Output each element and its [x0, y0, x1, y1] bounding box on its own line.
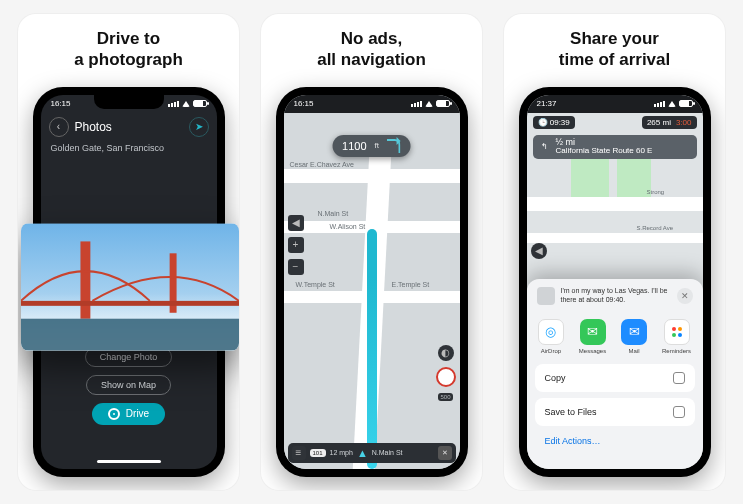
battery-icon — [193, 100, 207, 107]
svg-rect-2 — [80, 241, 90, 318]
status-time: 16:15 — [51, 99, 71, 108]
orientation-button[interactable]: ◀ — [288, 215, 304, 231]
share-target-label: Mail — [629, 348, 640, 354]
caption-line-2: time of arrival — [559, 50, 671, 69]
status-right — [168, 100, 207, 107]
feature-card-no-ads: No ads, all navigation 16:15 🕒 09:40 — [261, 14, 482, 490]
status-time: 21:37 — [537, 99, 557, 108]
map-side-controls: ◀ + − — [288, 215, 304, 275]
share-target-label: Messages — [579, 348, 606, 354]
feature-card-share-eta: Share your time of arrival 21:37 🕒 09:39 — [504, 14, 725, 490]
status-bar: 16:15 — [284, 95, 460, 113]
share-targets-row: ◎ AirDrop ✉ Messages ✉ Mail — [527, 313, 703, 364]
map-road — [527, 197, 703, 211]
zoom-out-button[interactable]: − — [288, 259, 304, 275]
street-label: W.Temple St — [296, 281, 335, 288]
caption-line-1: Drive to — [97, 29, 160, 48]
feature-caption: No ads, all navigation — [309, 14, 434, 83]
photo-actions: Change Photo Show on Map Drive — [41, 347, 217, 425]
share-sheet: I'm on my way to Las Vegas. I'll be ther… — [527, 279, 703, 469]
caption-line-2: a photograph — [74, 50, 183, 69]
phone-screen: 16:15 🕒 09:40 270 m — [284, 95, 460, 469]
airdrop-icon: ◎ — [538, 319, 564, 345]
street-label: Cesar E.Chavez Ave — [290, 161, 354, 168]
phone-frame: 21:37 🕒 09:39 265 mi 3:00 — [519, 87, 711, 477]
reminders-icon — [664, 319, 690, 345]
share-message: I'm on my way to Las Vegas. I'll be ther… — [561, 287, 671, 304]
phone-frame: 16:15 ‹ Photos ➤ Golden — [33, 87, 225, 477]
status-right — [654, 100, 693, 107]
share-action-copy[interactable]: Copy — [535, 364, 695, 392]
show-on-map-button[interactable]: Show on Map — [86, 375, 171, 395]
feature-caption: Share your time of arrival — [551, 14, 679, 83]
svg-rect-5 — [21, 318, 239, 350]
close-nav-button[interactable]: ✕ — [438, 446, 452, 460]
layers-button[interactable]: ◐ — [438, 345, 454, 361]
copy-icon — [673, 372, 685, 384]
golden-gate-photo — [21, 223, 239, 351]
drive-button[interactable]: Drive — [92, 403, 165, 425]
share-target-airdrop[interactable]: ◎ AirDrop — [538, 319, 564, 354]
status-time: 16:15 — [294, 99, 314, 108]
share-edit-actions[interactable]: Edit Actions… — [535, 432, 695, 450]
street-label: Strong — [647, 189, 665, 195]
nav-bottom-bar: ≡ 101 12 mph ▲ N.Main St ✕ — [288, 443, 456, 463]
share-action-label: Copy — [545, 373, 566, 383]
status-bar: 16:15 — [41, 95, 217, 113]
map-right-floats: ◐ 500 — [436, 345, 456, 401]
wifi-icon — [425, 101, 433, 107]
phone-screen: 21:37 🕒 09:39 265 mi 3:00 — [527, 95, 703, 469]
phone-frame: 16:15 🕒 09:40 270 m — [276, 87, 468, 477]
feature-caption: Drive to a photograph — [66, 14, 191, 83]
svg-rect-4 — [21, 300, 239, 305]
map-block — [617, 153, 651, 197]
next-turn-pill[interactable]: 1100 ft — [332, 135, 411, 157]
guidance-text: ½ mi California State Route 60 E — [556, 138, 653, 155]
battery-icon — [679, 100, 693, 107]
status-bar: 21:37 — [527, 95, 703, 113]
signal-icon — [168, 101, 179, 107]
photos-topbar: ‹ Photos ➤ — [41, 113, 217, 141]
bottom-speed: 12 mph — [330, 449, 353, 456]
menu-button[interactable]: ≡ — [292, 446, 306, 460]
share-target-mail[interactable]: ✉ Mail — [621, 319, 647, 354]
share-action-save[interactable]: Save to Files — [535, 398, 695, 426]
street-label: W.Alison St — [330, 223, 366, 230]
share-target-label: Reminders — [662, 348, 691, 354]
share-target-messages[interactable]: ✉ Messages — [579, 319, 606, 354]
next-turn-distance: 1100 — [342, 140, 366, 152]
compass-button[interactable]: ➤ — [189, 117, 209, 137]
street-label: E.Temple St — [392, 281, 430, 288]
signal-icon — [654, 101, 665, 107]
close-share-button[interactable]: ✕ — [677, 288, 693, 304]
orientation-button[interactable]: ◀ — [531, 243, 547, 259]
route-shield: 101 — [310, 449, 326, 457]
turn-right-icon — [387, 139, 401, 153]
street-label: N.Main St — [318, 210, 349, 217]
speed-limit-icon — [436, 367, 456, 387]
route-line — [367, 229, 377, 469]
street-label: S.Record Ave — [637, 225, 674, 231]
drive-button-label: Drive — [126, 408, 149, 419]
feature-card-drive-to-photo: Drive to a photograph 16:15 ‹ Ph — [18, 14, 239, 490]
share-thumbnail — [537, 287, 555, 305]
screen-title: Photos — [75, 120, 183, 134]
share-target-reminders[interactable]: Reminders — [662, 319, 691, 354]
navigation-map[interactable]: Cesar E.Chavez Ave N.Main St W.Alison St… — [284, 113, 460, 469]
zoom-in-button[interactable]: + — [288, 237, 304, 253]
heading-arrow-icon: ▲ — [357, 447, 368, 459]
map-block — [571, 153, 609, 197]
folder-icon — [673, 406, 685, 418]
compass-icon: ➤ — [195, 121, 203, 132]
caption-line-1: No ads, — [341, 29, 402, 48]
turn-left-icon: ↰ — [541, 142, 548, 151]
wifi-icon — [182, 101, 190, 107]
scale-chip: 500 — [438, 393, 452, 401]
battery-icon — [436, 100, 450, 107]
bottom-street: N.Main St — [372, 449, 403, 456]
guidance-banner[interactable]: ↰ ½ mi California State Route 60 E — [533, 135, 697, 159]
photo-location-label: Golden Gate, San Francisco — [41, 141, 217, 159]
status-right — [411, 100, 450, 107]
selected-photo[interactable] — [21, 223, 239, 351]
back-button[interactable]: ‹ — [49, 117, 69, 137]
